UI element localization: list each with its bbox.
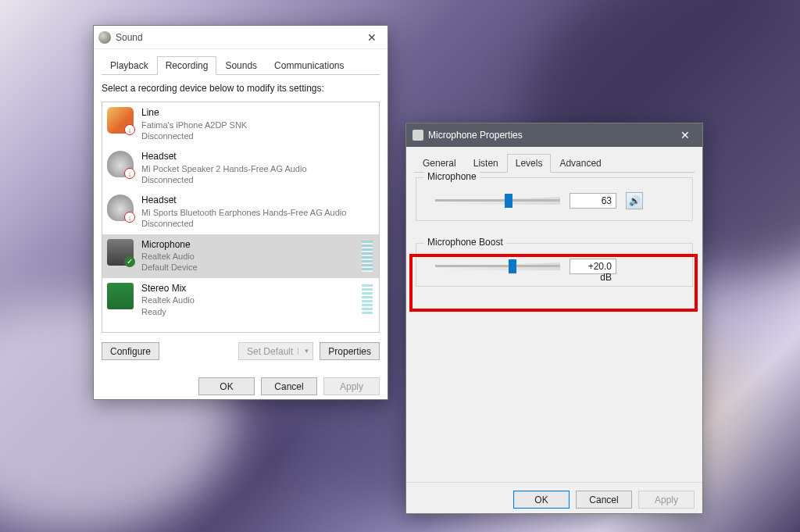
device-name: Headset <box>141 195 354 207</box>
microphone-label: Microphone <box>424 171 480 182</box>
device-status: Ready <box>141 306 354 317</box>
device-desc: Realtek Audio <box>141 295 354 305</box>
set-default-button[interactable]: Set Default▼ <box>238 342 313 360</box>
apply-button[interactable]: Apply <box>323 377 380 395</box>
device-desc: Realtek Audio <box>141 251 354 262</box>
configure-button[interactable]: Configure <box>102 342 159 360</box>
device-status: Disconnected <box>141 218 354 229</box>
titlebar[interactable]: Microphone Properties ✕ <box>406 123 702 147</box>
tab-advanced[interactable]: Advanced <box>551 154 609 173</box>
level-meter <box>362 241 373 272</box>
device-desc: Mi Pocket Speaker 2 Hands-Free AG Audio <box>141 163 354 174</box>
microphone-boost-group: Microphone Boost +20.0 dB <box>416 243 693 287</box>
tab-sounds[interactable]: Sounds <box>216 56 266 75</box>
headset-icon: ↓ <box>107 151 134 177</box>
arrow-down-icon: ↓ <box>124 168 135 179</box>
close-icon[interactable]: ✕ <box>674 127 696 143</box>
boost-value[interactable]: +20.0 dB <box>570 259 616 274</box>
slider-thumb[interactable] <box>509 259 516 273</box>
device-headset-1[interactable]: ↓ Headset Mi Pocket Speaker 2 Hands-Free… <box>102 146 379 190</box>
device-desc: Fatima's iPhone A2DP SNK <box>141 120 354 130</box>
device-line[interactable]: ↓ Line Fatima's iPhone A2DP SNK Disconne… <box>102 102 379 146</box>
sound-window: Sound ✕ Playback Recording Sounds Commun… <box>93 25 388 400</box>
device-stereo-mix[interactable]: Stereo Mix Realtek Audio Ready <box>102 278 379 322</box>
tab-listen[interactable]: Listen <box>465 154 507 173</box>
properties-button[interactable]: Properties <box>320 342 380 360</box>
instruction-text: Select a recording device below to modif… <box>102 83 380 94</box>
chevron-down-icon[interactable]: ▼ <box>298 348 309 355</box>
mic-footer: OK Cancel Apply <box>406 482 702 516</box>
apply-button[interactable]: Apply <box>638 491 695 509</box>
boost-label: Microphone Boost <box>424 237 506 248</box>
window-title: Sound <box>116 32 361 43</box>
device-list[interactable]: ↓ Line Fatima's iPhone A2DP SNK Disconne… <box>102 102 380 333</box>
tab-playback[interactable]: Playback <box>102 56 157 75</box>
ok-button[interactable]: OK <box>513 491 570 509</box>
device-headset-2[interactable]: ↓ Headset Mi Sports Bluetooth Earphones … <box>102 190 379 234</box>
speaker-icon: 🔊 <box>629 195 641 206</box>
cancel-button[interactable]: Cancel <box>261 377 317 395</box>
arrow-down-icon: ↓ <box>124 212 135 223</box>
device-status: Default Device <box>141 262 354 273</box>
device-name: Headset <box>141 151 354 163</box>
boost-slider[interactable] <box>435 258 560 275</box>
mic-tabs: General Listen Levels Advanced <box>414 153 695 173</box>
device-status: Disconnected <box>141 130 354 141</box>
tab-communications[interactable]: Communications <box>266 56 352 75</box>
device-status: Disconnected <box>141 174 354 185</box>
titlebar[interactable]: Sound ✕ <box>94 26 388 49</box>
sound-client: Playback Recording Sounds Communications… <box>94 49 388 368</box>
microphone-value[interactable]: 63 <box>570 193 616 209</box>
set-default-label: Set Default <box>247 346 293 357</box>
device-name: Stereo Mix <box>141 283 354 295</box>
sound-tabs: Playback Recording Sounds Communications <box>102 55 380 75</box>
line-in-icon: ↓ <box>107 107 134 134</box>
cancel-button[interactable]: Cancel <box>576 491 632 509</box>
device-desc: Mi Sports Bluetooth Earphones Hands-Free… <box>141 207 354 218</box>
tab-general[interactable]: General <box>414 154 465 173</box>
microphone-level-group: Microphone 63 🔊 <box>416 177 693 221</box>
speaker-icon <box>98 31 111 44</box>
window-title: Microphone Properties <box>428 130 674 141</box>
slider-thumb[interactable] <box>505 194 512 208</box>
close-icon[interactable]: ✕ <box>361 30 383 45</box>
microphone-slider[interactable] <box>435 192 560 209</box>
level-meter <box>362 284 373 316</box>
headset-icon: ↓ <box>107 195 134 221</box>
mic-client: General Listen Levels Advanced Microphon… <box>406 147 702 482</box>
device-microphone[interactable]: ✓ Microphone Realtek Audio Default Devic… <box>102 234 379 278</box>
device-name: Line <box>141 107 354 120</box>
device-name: Microphone <box>141 239 354 252</box>
arrow-down-icon: ↓ <box>124 124 135 135</box>
check-icon: ✓ <box>124 256 135 267</box>
tab-levels[interactable]: Levels <box>507 154 552 173</box>
tab-recording[interactable]: Recording <box>157 56 217 75</box>
mic-properties-window: Microphone Properties ✕ General Listen L… <box>405 123 703 514</box>
sound-footer: OK Cancel Apply <box>94 368 388 403</box>
microphone-icon <box>412 130 423 141</box>
sound-card-icon <box>107 283 134 309</box>
ok-button[interactable]: OK <box>198 377 255 395</box>
microphone-icon: ✓ <box>107 239 134 266</box>
mute-button[interactable]: 🔊 <box>626 192 643 209</box>
device-button-row: Configure Set Default▼ Properties <box>102 342 380 360</box>
